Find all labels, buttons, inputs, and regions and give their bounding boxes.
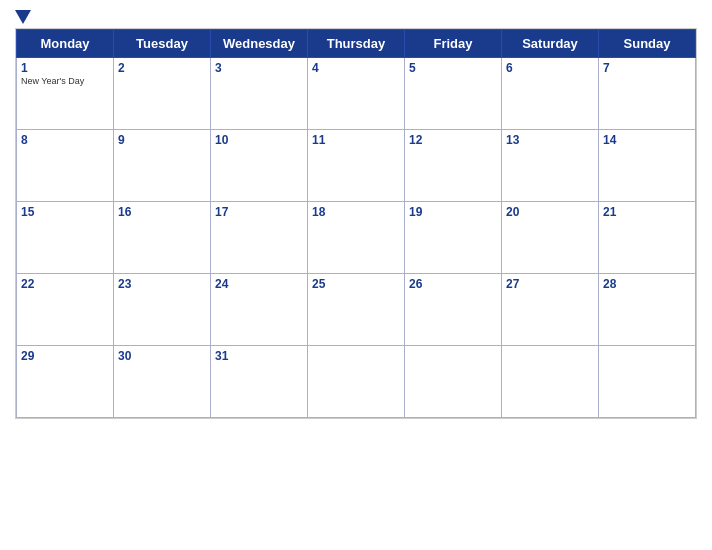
calendar-cell: 31 bbox=[211, 346, 308, 418]
day-number: 27 bbox=[506, 277, 594, 291]
calendar-wrapper: MondayTuesdayWednesdayThursdayFridaySatu… bbox=[15, 28, 697, 419]
day-number: 7 bbox=[603, 61, 691, 75]
calendar-cell: 16 bbox=[114, 202, 211, 274]
calendar-cell: 20 bbox=[502, 202, 599, 274]
day-number: 13 bbox=[506, 133, 594, 147]
weekday-header-tuesday: Tuesday bbox=[114, 30, 211, 58]
calendar-cell: 1New Year's Day bbox=[17, 58, 114, 130]
calendar-cell: 12 bbox=[405, 130, 502, 202]
calendar-cell: 28 bbox=[599, 274, 696, 346]
calendar-cell: 13 bbox=[502, 130, 599, 202]
calendar-cell: 17 bbox=[211, 202, 308, 274]
weekday-header-wednesday: Wednesday bbox=[211, 30, 308, 58]
calendar-cell: 10 bbox=[211, 130, 308, 202]
weekday-header-saturday: Saturday bbox=[502, 30, 599, 58]
day-number: 19 bbox=[409, 205, 497, 219]
weekday-header-monday: Monday bbox=[17, 30, 114, 58]
calendar-cell: 11 bbox=[308, 130, 405, 202]
day-number: 29 bbox=[21, 349, 109, 363]
day-number: 14 bbox=[603, 133, 691, 147]
calendar-cell: 2 bbox=[114, 58, 211, 130]
day-number: 25 bbox=[312, 277, 400, 291]
calendar-cell: 24 bbox=[211, 274, 308, 346]
day-number: 12 bbox=[409, 133, 497, 147]
calendar-cell bbox=[405, 346, 502, 418]
day-number: 31 bbox=[215, 349, 303, 363]
day-number: 30 bbox=[118, 349, 206, 363]
day-number: 2 bbox=[118, 61, 206, 75]
calendar-week-row: 15161718192021 bbox=[17, 202, 696, 274]
calendar-body: 1New Year's Day2345678910111213141516171… bbox=[17, 58, 696, 418]
calendar-cell: 25 bbox=[308, 274, 405, 346]
calendar-week-row: 293031 bbox=[17, 346, 696, 418]
calendar-week-row: 22232425262728 bbox=[17, 274, 696, 346]
calendar-table: MondayTuesdayWednesdayThursdayFridaySatu… bbox=[16, 29, 696, 418]
day-number: 9 bbox=[118, 133, 206, 147]
calendar-cell: 27 bbox=[502, 274, 599, 346]
day-number: 1 bbox=[21, 61, 109, 75]
calendar-cell: 6 bbox=[502, 58, 599, 130]
day-number: 6 bbox=[506, 61, 594, 75]
day-number: 26 bbox=[409, 277, 497, 291]
calendar-cell: 21 bbox=[599, 202, 696, 274]
calendar-cell: 23 bbox=[114, 274, 211, 346]
calendar-header: MondayTuesdayWednesdayThursdayFridaySatu… bbox=[17, 30, 696, 58]
day-number: 11 bbox=[312, 133, 400, 147]
weekday-header-row: MondayTuesdayWednesdayThursdayFridaySatu… bbox=[17, 30, 696, 58]
calendar-cell: 22 bbox=[17, 274, 114, 346]
calendar-cell: 30 bbox=[114, 346, 211, 418]
day-number: 3 bbox=[215, 61, 303, 75]
day-number: 24 bbox=[215, 277, 303, 291]
logo-blue-text bbox=[15, 10, 33, 24]
calendar-cell: 26 bbox=[405, 274, 502, 346]
calendar-cell: 18 bbox=[308, 202, 405, 274]
calendar-cell: 19 bbox=[405, 202, 502, 274]
day-number: 18 bbox=[312, 205, 400, 219]
day-number: 17 bbox=[215, 205, 303, 219]
calendar-cell: 9 bbox=[114, 130, 211, 202]
day-number: 4 bbox=[312, 61, 400, 75]
calendar-cell: 14 bbox=[599, 130, 696, 202]
weekday-header-sunday: Sunday bbox=[599, 30, 696, 58]
calendar-cell bbox=[502, 346, 599, 418]
day-number: 15 bbox=[21, 205, 109, 219]
day-number: 8 bbox=[21, 133, 109, 147]
day-number: 10 bbox=[215, 133, 303, 147]
calendar-cell bbox=[599, 346, 696, 418]
calendar-cell: 5 bbox=[405, 58, 502, 130]
calendar-week-row: 891011121314 bbox=[17, 130, 696, 202]
top-bar bbox=[15, 10, 697, 24]
day-number: 28 bbox=[603, 277, 691, 291]
calendar-week-row: 1New Year's Day234567 bbox=[17, 58, 696, 130]
calendar-cell bbox=[308, 346, 405, 418]
calendar-cell: 4 bbox=[308, 58, 405, 130]
weekday-header-thursday: Thursday bbox=[308, 30, 405, 58]
day-number: 21 bbox=[603, 205, 691, 219]
day-number: 16 bbox=[118, 205, 206, 219]
logo bbox=[15, 10, 33, 24]
day-number: 23 bbox=[118, 277, 206, 291]
weekday-header-friday: Friday bbox=[405, 30, 502, 58]
day-number: 20 bbox=[506, 205, 594, 219]
calendar-cell: 3 bbox=[211, 58, 308, 130]
holiday-label: New Year's Day bbox=[21, 76, 109, 86]
calendar-cell: 29 bbox=[17, 346, 114, 418]
logo-triangle-icon bbox=[15, 10, 31, 24]
calendar-cell: 15 bbox=[17, 202, 114, 274]
day-number: 5 bbox=[409, 61, 497, 75]
calendar-cell: 7 bbox=[599, 58, 696, 130]
calendar-cell: 8 bbox=[17, 130, 114, 202]
day-number: 22 bbox=[21, 277, 109, 291]
